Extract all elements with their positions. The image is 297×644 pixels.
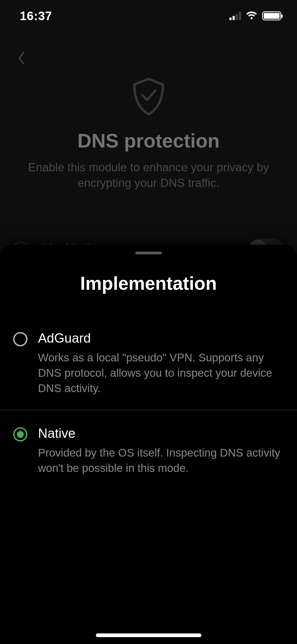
option-adguard[interactable]: AdGuard Works as a local "pseudo" VPN. S…	[0, 315, 297, 410]
home-indicator[interactable]	[96, 633, 201, 637]
option-title: AdGuard	[38, 330, 284, 346]
option-native[interactable]: Native Provided by the OS itself. Inspec…	[0, 410, 297, 490]
chevron-left-icon	[17, 52, 25, 65]
hero-section: DNS protection Enable this module to enh…	[0, 0, 297, 191]
sheet-grabber[interactable]	[135, 252, 162, 254]
sheet-title: Implementation	[0, 273, 297, 294]
option-title: Native	[38, 426, 284, 441]
option-description: Works as a local "pseudo" VPN. Supports …	[38, 350, 284, 396]
radio-icon	[13, 332, 27, 346]
page-title: DNS protection	[0, 130, 297, 152]
radio-checked-icon	[13, 427, 27, 441]
option-description: Provided by the OS itself. Inspecting DN…	[38, 445, 284, 476]
back-button[interactable]	[13, 50, 29, 66]
shield-check-icon	[0, 77, 297, 116]
implementation-sheet: Implementation AdGuard Works as a local …	[0, 245, 297, 644]
page-subtitle: Enable this module to enhance your priva…	[0, 159, 297, 191]
